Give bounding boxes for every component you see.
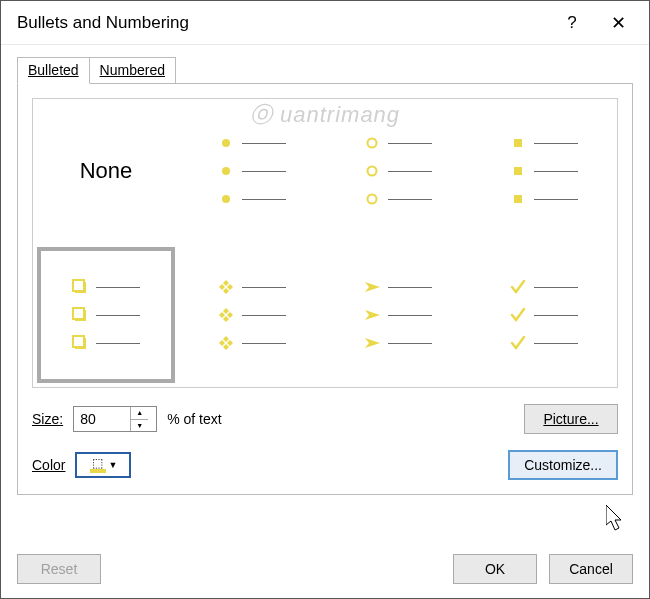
size-input[interactable] [74, 407, 130, 431]
bullet-option-disc[interactable] [179, 99, 325, 243]
bullet-disc-icon [218, 163, 234, 179]
size-spinner[interactable]: ▲ ▼ [73, 406, 157, 432]
svg-point-1 [222, 167, 230, 175]
reset-button[interactable]: Reset [17, 554, 101, 584]
svg-marker-17 [219, 284, 225, 290]
svg-marker-15 [223, 280, 229, 286]
tab-bulleted[interactable]: Bulleted [17, 57, 90, 84]
svg-rect-8 [514, 195, 522, 203]
bullet-square-icon [510, 135, 526, 151]
bullet-circle-icon [364, 191, 380, 207]
tabstrip: Bulleted Numbered [17, 55, 633, 83]
bullet-arrow-icon [364, 279, 380, 295]
cancel-button[interactable]: Cancel [549, 554, 633, 584]
bullet-hollow-square-icon [72, 335, 88, 351]
spinner-down-icon[interactable]: ▼ [131, 420, 148, 432]
svg-marker-27 [606, 505, 621, 530]
bullet-circle-icon [364, 135, 380, 151]
bullet-disc-icon [218, 191, 234, 207]
bullet-option-square[interactable] [471, 99, 617, 243]
size-label: Size: [32, 411, 63, 427]
bullet-hollow-square-icon [72, 279, 88, 295]
svg-marker-20 [223, 316, 229, 322]
svg-marker-23 [223, 336, 229, 342]
svg-point-3 [368, 139, 377, 148]
bullet-circle-icon [364, 163, 380, 179]
customize-button[interactable]: Customize... [508, 450, 618, 480]
svg-marker-21 [219, 312, 225, 318]
svg-marker-18 [227, 284, 233, 290]
bullet-square-icon [510, 163, 526, 179]
bullet-option-arrow[interactable] [325, 243, 471, 387]
cursor-icon [606, 505, 628, 533]
bullet-check-icon [510, 307, 526, 323]
tab-numbered[interactable]: Numbered [89, 57, 176, 83]
svg-rect-6 [514, 139, 522, 147]
picture-button[interactable]: Picture... [524, 404, 618, 434]
svg-rect-10 [73, 280, 84, 291]
bullet-arrow-icon [364, 307, 380, 323]
bullet-square-icon [510, 191, 526, 207]
chevron-down-icon: ▼ [109, 460, 118, 470]
svg-marker-22 [227, 312, 233, 318]
paint-bucket-icon: ⬚ [92, 457, 103, 469]
bullet-option-hollow-square[interactable] [37, 247, 175, 383]
svg-marker-24 [223, 344, 229, 350]
svg-point-0 [222, 139, 230, 147]
svg-marker-25 [219, 340, 225, 346]
spinner-up-icon[interactable]: ▲ [131, 407, 148, 420]
bullet-option-circle[interactable] [325, 99, 471, 243]
bullet-hollow-square-icon [72, 307, 88, 323]
dialog-footer: Reset OK Cancel [1, 542, 649, 598]
color-label: Color [32, 457, 65, 473]
bullet-arrow-icon [364, 335, 380, 351]
bullet-option-check[interactable] [471, 243, 617, 387]
bullet-diamond-cluster-icon [218, 279, 234, 295]
svg-rect-7 [514, 167, 522, 175]
bullet-style-grid: None [32, 98, 618, 388]
svg-point-5 [368, 195, 377, 204]
svg-marker-16 [223, 288, 229, 294]
svg-rect-12 [73, 308, 84, 319]
bullet-check-icon [510, 335, 526, 351]
svg-point-2 [222, 195, 230, 203]
close-button[interactable]: ✕ [595, 1, 641, 44]
svg-marker-19 [223, 308, 229, 314]
bullet-option-none[interactable]: None [33, 99, 179, 243]
svg-rect-14 [73, 336, 84, 347]
bullets-numbering-dialog: Bullets and Numbering ? ✕ ⓞ uantrimang B… [0, 0, 650, 599]
titlebar: Bullets and Numbering ? ✕ [1, 1, 649, 45]
help-button[interactable]: ? [549, 1, 595, 44]
bullet-check-icon [510, 279, 526, 295]
svg-marker-26 [227, 340, 233, 346]
color-swatch [90, 469, 106, 473]
color-picker[interactable]: ⬚ ▼ [75, 452, 131, 478]
bullet-diamond-cluster-icon [218, 335, 234, 351]
ok-button[interactable]: OK [453, 554, 537, 584]
bullet-disc-icon [218, 135, 234, 151]
svg-point-4 [368, 167, 377, 176]
dialog-title: Bullets and Numbering [17, 13, 189, 33]
bullet-option-diamond-cluster[interactable] [179, 243, 325, 387]
bullet-diamond-cluster-icon [218, 307, 234, 323]
percent-of-text-label: % of text [167, 411, 221, 427]
tab-panel: None [17, 83, 633, 495]
